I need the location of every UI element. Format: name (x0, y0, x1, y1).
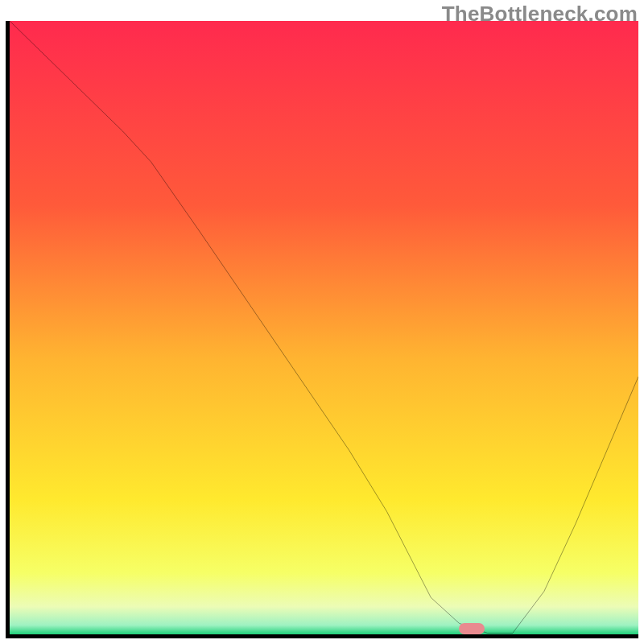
chart-frame: TheBottleneck.com (0, 0, 644, 644)
optimal-point-marker (459, 623, 485, 634)
plot-area (6, 21, 638, 638)
bottleneck-curve (10, 21, 638, 634)
